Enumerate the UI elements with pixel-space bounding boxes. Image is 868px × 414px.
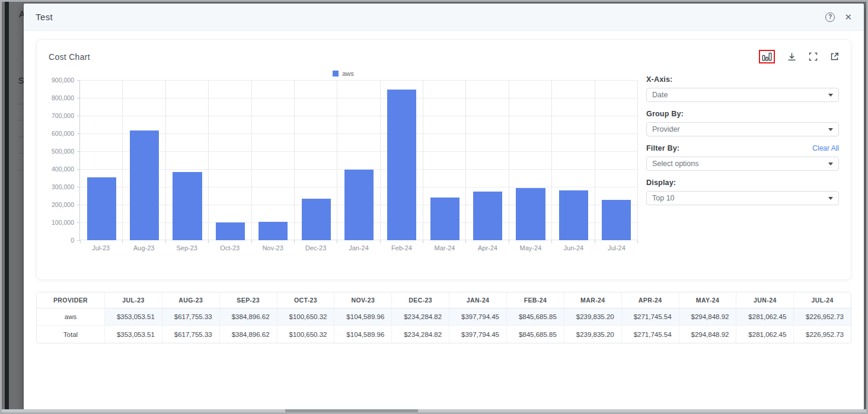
y-axis-labels: 0100,000200,000300,000400,000500,000600,…	[49, 80, 79, 240]
bar-jul-23[interactable]	[87, 177, 116, 240]
table-column-header: FEB-24	[507, 292, 564, 308]
x-tick-mark	[637, 240, 638, 243]
bar-slot	[80, 80, 123, 240]
display-select[interactable]: Top 10	[646, 191, 839, 205]
table-column-header: PROVIDER	[37, 292, 105, 308]
cost-table-section: PROVIDERJUL-23AUG-23SEP-23OCT-23NOV-23DE…	[36, 292, 851, 343]
download-icon	[787, 52, 796, 61]
x-tick-mark	[337, 240, 337, 243]
horizontal-scrollbar-track[interactable]	[2, 409, 866, 412]
bar-slot	[381, 80, 423, 240]
fullscreen-icon	[809, 52, 818, 61]
x-tick-label: Mar-24	[423, 244, 466, 251]
x-tick-label: Jul-23	[79, 244, 122, 251]
download-button[interactable]	[787, 52, 796, 61]
open-external-button[interactable]	[830, 52, 839, 61]
group-by-label: Group By:	[646, 110, 684, 118]
bar-jan-24[interactable]	[344, 170, 374, 240]
chart-type-highlight-box	[759, 50, 775, 63]
x-tick-label: Jan-24	[337, 244, 380, 251]
x-axis-select[interactable]: Date	[646, 88, 839, 102]
chart-legend: aws	[49, 67, 638, 80]
cost-value-cell: $239,835.20	[564, 326, 622, 343]
bar-aug-23[interactable]	[130, 130, 159, 240]
group-by-select[interactable]: Provider	[646, 122, 839, 136]
y-tick-label: 100,000	[52, 219, 74, 226]
provider-cell: aws	[37, 308, 105, 326]
y-tick-label: 400,000	[52, 165, 74, 173]
cost-value-cell: $271,745.54	[622, 308, 679, 326]
chart-title: Cost Chart	[49, 52, 90, 62]
bar-nov-23[interactable]	[259, 222, 288, 240]
bar-jun-24[interactable]	[559, 190, 588, 240]
help-icon: ?	[825, 12, 835, 22]
cost-value-cell: $239,835.20	[564, 308, 622, 326]
x-tick-mark	[80, 240, 81, 243]
y-tick-label: 200,000	[52, 201, 74, 208]
bar-slot	[295, 80, 337, 240]
bar-apr-24[interactable]	[473, 192, 502, 240]
filter-by-select[interactable]: Select options	[646, 157, 839, 171]
y-tick-label: 700,000	[52, 112, 74, 119]
cost-value-cell: $617,755.33	[162, 326, 220, 343]
cost-value-cell: $845,685.85	[507, 326, 564, 343]
cost-value-cell: $294,848.92	[679, 308, 737, 326]
x-tick-label: Feb-24	[380, 244, 423, 251]
clear-all-link[interactable]: Clear All	[812, 144, 839, 152]
y-tick-label: 900,000	[52, 77, 74, 84]
bar-oct-23[interactable]	[216, 222, 245, 240]
x-tick-mark	[251, 240, 252, 243]
x-tick-label: Aug-23	[122, 244, 165, 251]
cost-value-cell: $397,794.45	[449, 308, 507, 326]
legend-label-aws: aws	[342, 70, 354, 77]
cost-value-cell: $617,755.33	[162, 308, 220, 326]
bar-chart-icon	[762, 52, 772, 61]
dialog-body: Cost Chart	[24, 31, 864, 410]
table-column-header: APR-24	[622, 292, 679, 308]
x-tick-label: Sep-23	[165, 244, 208, 251]
bar-feb-24[interactable]	[387, 90, 416, 240]
bar-mar-24[interactable]	[430, 198, 459, 240]
chevron-down-icon	[828, 94, 833, 97]
bar-slot	[423, 80, 466, 240]
cost-value-cell: $234,284.82	[392, 308, 449, 326]
table-column-header: MAR-24	[564, 292, 622, 308]
x-tick-mark	[595, 240, 595, 243]
cost-value-cell: $294,848.92	[679, 326, 737, 343]
cost-value-cell: $271,745.54	[622, 326, 679, 343]
bar-may-24[interactable]	[516, 188, 545, 240]
table-column-header: JUN-24	[736, 292, 794, 308]
bar-slot	[166, 80, 209, 240]
dialog: Test ? ✕ Cost Chart	[24, 4, 864, 410]
cost-value-cell: $234,284.82	[392, 326, 449, 343]
x-tick-mark	[465, 240, 466, 243]
table-row: aws$353,053.51$617,755.33$384,896.62$100…	[37, 308, 851, 326]
open-in-new-icon	[830, 52, 839, 61]
cost-value-cell: $384,896.62	[220, 326, 277, 343]
cost-value-cell: $353,053.51	[105, 308, 162, 326]
x-tick-mark	[165, 240, 166, 243]
table-column-header: MAY-24	[679, 292, 737, 308]
bar-jul-24[interactable]	[602, 200, 631, 240]
bar-slot	[337, 80, 380, 240]
chart-plot-area	[79, 80, 638, 240]
bar-chart-type-button[interactable]	[762, 52, 772, 61]
close-button[interactable]: ✕	[844, 12, 852, 21]
y-tick-label: 300,000	[52, 183, 74, 190]
cost-value-cell: $104,589.96	[334, 308, 392, 326]
legend-swatch-aws	[333, 71, 339, 77]
bar-dec-23[interactable]	[302, 199, 331, 240]
bar-slot	[595, 80, 638, 240]
x-tick-mark	[122, 240, 123, 243]
dialog-title: Test	[36, 12, 53, 22]
horizontal-scrollbar-thumb[interactable]	[285, 409, 418, 412]
bar-slot	[209, 80, 251, 240]
table-header-row: PROVIDERJUL-23AUG-23SEP-23OCT-23NOV-23DE…	[37, 292, 851, 308]
x-tick-label: Nov-23	[251, 244, 294, 251]
x-tick-mark	[551, 240, 552, 243]
bar-chart: aws 0100,000200,000300,000400,000500,000…	[49, 67, 646, 251]
help-button[interactable]: ?	[825, 12, 835, 22]
fullscreen-button[interactable]	[809, 52, 818, 61]
bar-sep-23[interactable]	[173, 172, 202, 240]
x-tick-mark	[423, 240, 423, 243]
